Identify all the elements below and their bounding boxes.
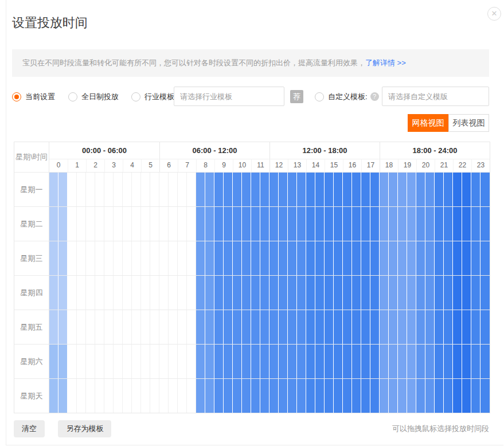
time-slot[interactable]: [269, 276, 288, 310]
time-slot[interactable]: [325, 173, 343, 206]
time-slot[interactable]: [214, 276, 233, 310]
time-slot[interactable]: [141, 241, 159, 275]
time-slot[interactable]: [196, 207, 214, 241]
time-slot[interactable]: [343, 207, 361, 241]
time-slot[interactable]: [306, 310, 325, 344]
radio-industry-template[interactable]: 行业模板:: [131, 87, 177, 107]
time-slot[interactable]: [214, 345, 233, 378]
time-slot[interactable]: [325, 310, 343, 344]
time-slot[interactable]: [453, 310, 471, 344]
time-slot[interactable]: [68, 345, 86, 378]
time-slot[interactable]: [471, 173, 490, 206]
time-slot[interactable]: [178, 310, 196, 344]
time-slot[interactable]: [343, 276, 361, 310]
time-slot[interactable]: [178, 241, 196, 275]
time-slot[interactable]: [159, 345, 178, 378]
time-slot[interactable]: [68, 276, 86, 310]
time-slot[interactable]: [288, 345, 306, 378]
time-slot[interactable]: [325, 379, 343, 413]
time-slot[interactable]: [104, 276, 123, 310]
tab-list-view[interactable]: 列表视图: [448, 114, 489, 132]
time-slot[interactable]: [141, 173, 159, 206]
time-slot[interactable]: [306, 379, 325, 413]
learn-more-link[interactable]: 了解详情 >>: [365, 58, 406, 67]
time-slot[interactable]: [123, 241, 141, 275]
time-slot[interactable]: [380, 207, 398, 241]
time-slot[interactable]: [68, 207, 86, 241]
time-slot[interactable]: [435, 310, 453, 344]
time-slot[interactable]: [288, 276, 306, 310]
time-slot[interactable]: [86, 276, 104, 310]
time-slot[interactable]: [159, 310, 178, 344]
time-slot[interactable]: [104, 345, 123, 378]
time-slot[interactable]: [68, 173, 86, 206]
time-slot[interactable]: [453, 173, 471, 206]
time-slot[interactable]: [361, 241, 380, 275]
time-slot[interactable]: [196, 173, 214, 206]
time-slot[interactable]: [325, 241, 343, 275]
time-slot[interactable]: [196, 276, 214, 310]
custom-template-input[interactable]: [382, 87, 489, 106]
time-slot[interactable]: [306, 241, 325, 275]
tab-grid-view[interactable]: 网格视图: [408, 114, 448, 132]
time-slot[interactable]: [269, 310, 288, 344]
time-slot[interactable]: [104, 241, 123, 275]
time-slot[interactable]: [325, 345, 343, 378]
time-slot[interactable]: [288, 310, 306, 344]
time-slot[interactable]: [86, 345, 104, 378]
time-slot[interactable]: [398, 345, 416, 378]
time-slot[interactable]: [86, 173, 104, 206]
time-slot[interactable]: [398, 310, 416, 344]
time-slot[interactable]: [398, 241, 416, 275]
time-slot[interactable]: [416, 207, 435, 241]
time-slot[interactable]: [178, 207, 196, 241]
time-slot[interactable]: [214, 379, 233, 413]
time-slot[interactable]: [86, 207, 104, 241]
time-slot[interactable]: [68, 310, 86, 344]
time-slot[interactable]: [306, 345, 325, 378]
time-slot[interactable]: [269, 379, 288, 413]
time-slot[interactable]: [214, 207, 233, 241]
time-slot[interactable]: [343, 379, 361, 413]
time-slot[interactable]: [269, 345, 288, 378]
time-slot[interactable]: [104, 207, 123, 241]
time-slot[interactable]: [361, 207, 380, 241]
radio-custom-template[interactable]: 自定义模板: ?: [315, 87, 379, 107]
time-slot[interactable]: [453, 276, 471, 310]
time-slot[interactable]: [49, 345, 68, 378]
time-slot[interactable]: [123, 173, 141, 206]
time-slot[interactable]: [123, 379, 141, 413]
time-slot[interactable]: [233, 379, 251, 413]
time-slot[interactable]: [141, 345, 159, 378]
time-slot[interactable]: [251, 207, 269, 241]
time-slot[interactable]: [123, 207, 141, 241]
time-slot[interactable]: [141, 310, 159, 344]
help-icon[interactable]: ?: [370, 92, 379, 101]
time-slot[interactable]: [471, 207, 490, 241]
industry-template-input[interactable]: [174, 87, 284, 106]
time-slot[interactable]: [361, 310, 380, 344]
time-slot[interactable]: [159, 173, 178, 206]
time-slot[interactable]: [233, 207, 251, 241]
time-slot[interactable]: [416, 276, 435, 310]
time-slot[interactable]: [159, 276, 178, 310]
time-slot[interactable]: [251, 276, 269, 310]
time-slot[interactable]: [398, 379, 416, 413]
time-slot[interactable]: [416, 241, 435, 275]
time-slot[interactable]: [269, 173, 288, 206]
time-slot[interactable]: [251, 241, 269, 275]
time-slot[interactable]: [49, 310, 68, 344]
time-slot[interactable]: [49, 173, 68, 206]
time-slot[interactable]: [233, 310, 251, 344]
time-slot[interactable]: [233, 345, 251, 378]
time-slot[interactable]: [361, 276, 380, 310]
time-slot[interactable]: [269, 241, 288, 275]
time-slot[interactable]: [306, 207, 325, 241]
time-slot[interactable]: [435, 345, 453, 378]
time-slot[interactable]: [178, 345, 196, 378]
time-slot[interactable]: [196, 310, 214, 344]
time-slot[interactable]: [178, 173, 196, 206]
time-slot[interactable]: [123, 310, 141, 344]
time-slot[interactable]: [214, 241, 233, 275]
time-slot[interactable]: [435, 276, 453, 310]
